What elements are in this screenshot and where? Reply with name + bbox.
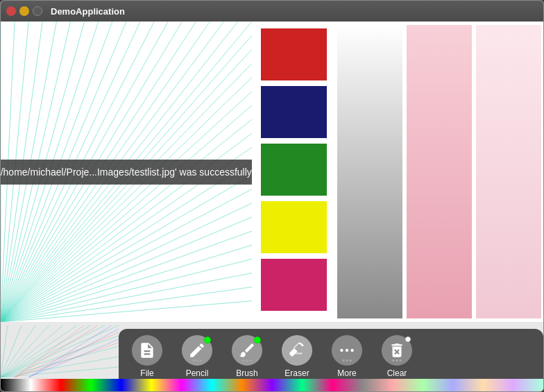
svg-point-60 (346, 349, 348, 352)
window-controls (6, 6, 42, 16)
bottom-area: File Pencil (1, 322, 543, 391)
brush-dots (243, 359, 252, 361)
file-button[interactable]: File (122, 329, 172, 384)
minimize-button[interactable] (19, 6, 29, 16)
file-icon-svg (138, 341, 156, 359)
eraser-icon-svg (288, 341, 306, 359)
brush-icon-svg (238, 341, 256, 359)
brush-active-dot (254, 336, 261, 343)
pencil-label: Pencil (186, 368, 209, 378)
app-window: DemoApplication (0, 0, 544, 392)
eraser-button[interactable]: Eraser (272, 329, 322, 384)
file-label: File (140, 368, 153, 378)
swatch-green (261, 144, 327, 196)
svg-point-59 (340, 349, 343, 352)
svg-line-28 (1, 161, 252, 322)
drawing-canvas[interactable]: Image '/home/michael/Proje...Images/test… (1, 22, 252, 322)
eraser-icon-circle (282, 335, 312, 366)
eraser-dots (293, 359, 302, 361)
clear-icon-svg (388, 341, 406, 359)
more-dots (343, 359, 352, 361)
color-display (252, 22, 543, 322)
toolbar: File Pencil (1, 322, 543, 391)
main-area: Image '/home/michael/Proje...Images/test… (1, 22, 543, 322)
gradient-pink-light (407, 25, 472, 318)
svg-point-61 (350, 349, 353, 352)
file-icon-circle (132, 335, 162, 366)
more-icon-svg (338, 341, 356, 359)
eraser-label: Eraser (284, 368, 309, 378)
svg-line-30 (1, 189, 252, 322)
swatch-pink (261, 259, 327, 311)
swatch-red (261, 28, 327, 80)
pencil-active-dot (204, 336, 211, 343)
clear-dots (393, 359, 402, 361)
svg-line-32 (1, 217, 252, 322)
clear-button[interactable]: Clear (372, 329, 422, 384)
svg-line-33 (1, 231, 252, 322)
svg-line-24 (1, 105, 252, 322)
swatch-yellow (261, 201, 327, 253)
pencil-icon-svg (188, 341, 206, 359)
clear-active-dot (405, 336, 411, 342)
svg-line-34 (1, 245, 252, 322)
more-icon-circle (332, 335, 362, 366)
window-title: DemoApplication (51, 6, 125, 17)
swatch-navy (261, 86, 327, 138)
clear-icon-circle (382, 335, 412, 366)
svg-line-20 (1, 49, 252, 322)
pencil-icon-circle (182, 335, 212, 366)
clear-label: Clear (387, 368, 407, 378)
svg-line-36 (1, 273, 252, 322)
svg-line-35 (1, 259, 252, 322)
brush-button[interactable]: Brush (222, 329, 272, 384)
gradient-pink-lighter (476, 25, 541, 318)
close-button[interactable] (6, 6, 16, 16)
svg-line-21 (1, 63, 252, 322)
brush-icon-circle (232, 335, 262, 366)
more-button[interactable]: More (322, 329, 372, 384)
maximize-button[interactable] (33, 6, 42, 16)
more-label: More (337, 368, 356, 378)
status-message: Image '/home/michael/Proje...Images/test… (1, 160, 252, 185)
title-bar: DemoApplication (1, 1, 543, 22)
pencil-button[interactable]: Pencil (172, 329, 222, 384)
svg-line-37 (1, 287, 252, 322)
gradient-gray (337, 25, 402, 318)
brush-label: Brush (236, 368, 257, 378)
color-swatches (252, 22, 335, 322)
pencil-dots (193, 359, 202, 361)
